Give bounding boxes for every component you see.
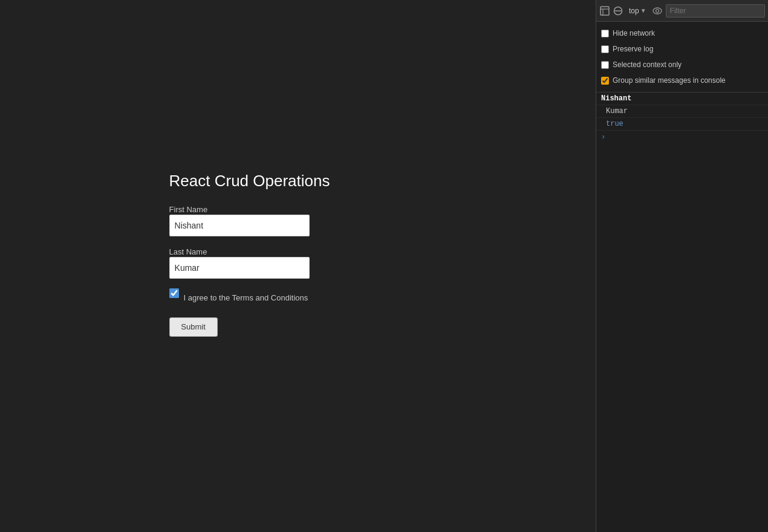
terms-checkbox[interactable] bbox=[169, 288, 179, 298]
prompt-arrow-icon: › bbox=[601, 133, 605, 141]
hide-network-row: Hide network bbox=[601, 25, 763, 41]
hide-network-checkbox[interactable] bbox=[601, 30, 609, 37]
no-entry-icon[interactable] bbox=[613, 4, 623, 18]
last-name-label: Last Name bbox=[169, 247, 207, 256]
console-entry-true: true bbox=[596, 118, 768, 131]
last-name-input[interactable] bbox=[169, 257, 310, 279]
first-name-input[interactable] bbox=[169, 215, 310, 236]
form-container: React Crud Operations First Name Last Na… bbox=[169, 172, 330, 337]
terms-label: I agree to the Terms and Conditions bbox=[184, 293, 308, 302]
inspector-icon[interactable] bbox=[600, 4, 610, 18]
devtools-panel: top ▼ Hide network Preserve log Selected… bbox=[596, 0, 768, 532]
context-label: top bbox=[629, 7, 639, 15]
group-similar-row: Group similar messages in console bbox=[601, 73, 763, 88]
selected-context-checkbox[interactable] bbox=[601, 61, 609, 69]
preserve-log-checkbox[interactable] bbox=[601, 45, 609, 53]
console-entry-kumar: Kumar bbox=[596, 105, 768, 118]
console-entry-nishant: Nishant bbox=[596, 92, 768, 105]
eye-icon[interactable] bbox=[652, 4, 662, 18]
filter-input[interactable] bbox=[666, 4, 765, 18]
group-similar-label: Group similar messages in console bbox=[613, 76, 726, 85]
hide-network-label: Hide network bbox=[613, 29, 655, 37]
svg-point-5 bbox=[653, 8, 662, 14]
dropdown-arrow-icon: ▼ bbox=[640, 7, 646, 14]
preserve-log-row: Preserve log bbox=[601, 41, 763, 57]
terms-checkbox-row: I agree to the Terms and Conditions bbox=[169, 288, 330, 308]
first-name-label: First Name bbox=[169, 205, 208, 214]
console-prompt[interactable]: › bbox=[596, 131, 768, 144]
form-title: React Crud Operations bbox=[169, 172, 330, 190]
svg-rect-0 bbox=[600, 7, 609, 15]
svg-point-6 bbox=[656, 9, 659, 12]
devtools-settings: Hide network Preserve log Selected conte… bbox=[596, 22, 768, 92]
submit-button[interactable]: Submit bbox=[169, 317, 218, 337]
selected-context-row: Selected context only bbox=[601, 57, 763, 73]
preserve-log-label: Preserve log bbox=[613, 45, 653, 53]
selected-context-label: Selected context only bbox=[613, 60, 682, 69]
group-similar-checkbox[interactable] bbox=[601, 77, 609, 85]
context-dropdown[interactable]: top ▼ bbox=[626, 5, 649, 16]
main-app-area: React Crud Operations First Name Last Na… bbox=[0, 0, 596, 532]
devtools-toolbar: top ▼ bbox=[596, 0, 768, 22]
console-output: Nishant Kumar true › bbox=[596, 92, 768, 532]
